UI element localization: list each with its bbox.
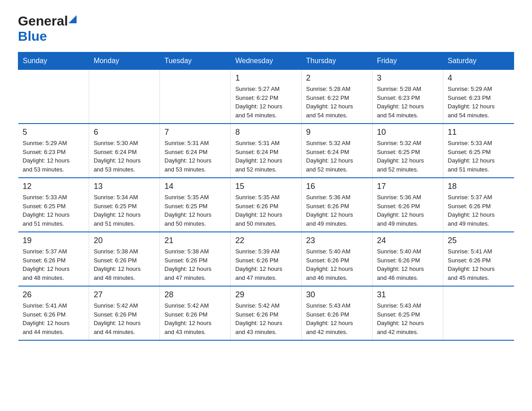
calendar-cell: 21Sunrise: 5:38 AM Sunset: 6:26 PM Dayli… (160, 232, 231, 286)
calendar-week-row: 19Sunrise: 5:37 AM Sunset: 6:26 PM Dayli… (18, 232, 514, 286)
day-number: 28 (164, 290, 226, 300)
day-info: Sunrise: 5:29 AM Sunset: 6:23 PM Dayligh… (23, 139, 85, 174)
day-info: Sunrise: 5:30 AM Sunset: 6:24 PM Dayligh… (94, 139, 155, 174)
calendar-week-row: 12Sunrise: 5:33 AM Sunset: 6:25 PM Dayli… (18, 178, 514, 232)
page-header: General Blue (18, 13, 514, 44)
day-info: Sunrise: 5:34 AM Sunset: 6:25 PM Dayligh… (94, 193, 155, 228)
day-info: Sunrise: 5:41 AM Sunset: 6:26 PM Dayligh… (448, 247, 510, 282)
day-info: Sunrise: 5:40 AM Sunset: 6:26 PM Dayligh… (377, 247, 438, 282)
day-info: Sunrise: 5:41 AM Sunset: 6:26 PM Dayligh… (23, 301, 85, 336)
day-info: Sunrise: 5:33 AM Sunset: 6:25 PM Dayligh… (23, 193, 85, 228)
day-info: Sunrise: 5:32 AM Sunset: 6:25 PM Dayligh… (377, 139, 438, 174)
logo-triangle-icon (69, 15, 77, 23)
day-info: Sunrise: 5:38 AM Sunset: 6:26 PM Dayligh… (94, 247, 155, 282)
day-number: 20 (94, 236, 155, 245)
day-number: 26 (23, 290, 85, 300)
calendar-week-row: 5Sunrise: 5:29 AM Sunset: 6:23 PM Daylig… (18, 124, 514, 178)
calendar-header-row: SundayMondayTuesdayWednesdayThursdayFrid… (18, 52, 514, 70)
day-info: Sunrise: 5:36 AM Sunset: 6:26 PM Dayligh… (306, 193, 368, 228)
day-number: 22 (235, 236, 296, 245)
day-number: 13 (94, 182, 155, 191)
day-info: Sunrise: 5:35 AM Sunset: 6:26 PM Dayligh… (235, 193, 296, 228)
calendar-cell: 10Sunrise: 5:32 AM Sunset: 6:25 PM Dayli… (372, 124, 443, 178)
day-number: 1 (235, 73, 296, 83)
day-info: Sunrise: 5:27 AM Sunset: 6:22 PM Dayligh… (235, 85, 296, 120)
column-header-wednesday: Wednesday (231, 52, 301, 70)
day-number: 19 (23, 236, 85, 245)
day-number: 6 (94, 128, 155, 137)
calendar-cell (160, 70, 231, 124)
day-info: Sunrise: 5:42 AM Sunset: 6:26 PM Dayligh… (164, 301, 226, 336)
calendar-cell: 29Sunrise: 5:42 AM Sunset: 6:26 PM Dayli… (231, 286, 301, 340)
calendar-cell: 30Sunrise: 5:43 AM Sunset: 6:26 PM Dayli… (301, 286, 372, 340)
calendar-cell: 18Sunrise: 5:37 AM Sunset: 6:26 PM Dayli… (443, 178, 514, 232)
calendar-cell: 4Sunrise: 5:29 AM Sunset: 6:23 PM Daylig… (443, 70, 514, 124)
calendar-cell: 5Sunrise: 5:29 AM Sunset: 6:23 PM Daylig… (18, 124, 89, 178)
day-number: 17 (377, 182, 438, 191)
logo-general-text: General (18, 13, 68, 29)
column-header-sunday: Sunday (18, 52, 89, 70)
day-info: Sunrise: 5:42 AM Sunset: 6:26 PM Dayligh… (235, 301, 296, 336)
calendar-cell: 12Sunrise: 5:33 AM Sunset: 6:25 PM Dayli… (18, 178, 89, 232)
calendar-cell: 6Sunrise: 5:30 AM Sunset: 6:24 PM Daylig… (89, 124, 160, 178)
day-number: 21 (164, 236, 226, 245)
calendar-week-row: 26Sunrise: 5:41 AM Sunset: 6:26 PM Dayli… (18, 286, 514, 340)
day-info: Sunrise: 5:31 AM Sunset: 6:24 PM Dayligh… (235, 139, 296, 174)
calendar-cell: 19Sunrise: 5:37 AM Sunset: 6:26 PM Dayli… (18, 232, 89, 286)
day-info: Sunrise: 5:37 AM Sunset: 6:26 PM Dayligh… (23, 247, 85, 282)
day-number: 18 (448, 182, 510, 191)
day-info: Sunrise: 5:38 AM Sunset: 6:26 PM Dayligh… (164, 247, 226, 282)
calendar-cell: 31Sunrise: 5:43 AM Sunset: 6:25 PM Dayli… (372, 286, 443, 340)
day-info: Sunrise: 5:43 AM Sunset: 6:26 PM Dayligh… (306, 301, 368, 336)
column-header-tuesday: Tuesday (160, 52, 231, 70)
calendar-cell: 11Sunrise: 5:33 AM Sunset: 6:25 PM Dayli… (443, 124, 514, 178)
day-number: 14 (164, 182, 226, 191)
day-info: Sunrise: 5:28 AM Sunset: 6:22 PM Dayligh… (306, 85, 368, 120)
day-info: Sunrise: 5:32 AM Sunset: 6:24 PM Dayligh… (306, 139, 368, 174)
day-number: 29 (235, 290, 296, 300)
logo: General Blue (18, 13, 77, 44)
day-number: 10 (377, 128, 438, 137)
calendar-cell: 26Sunrise: 5:41 AM Sunset: 6:26 PM Dayli… (18, 286, 89, 340)
day-number: 9 (306, 128, 368, 137)
day-info: Sunrise: 5:28 AM Sunset: 6:23 PM Dayligh… (377, 85, 438, 120)
day-info: Sunrise: 5:31 AM Sunset: 6:24 PM Dayligh… (164, 139, 226, 174)
calendar-table: SundayMondayTuesdayWednesdayThursdayFrid… (18, 52, 514, 341)
day-number: 7 (164, 128, 226, 137)
calendar-cell: 27Sunrise: 5:42 AM Sunset: 6:26 PM Dayli… (89, 286, 160, 340)
calendar-cell: 17Sunrise: 5:36 AM Sunset: 6:26 PM Dayli… (372, 178, 443, 232)
day-info: Sunrise: 5:33 AM Sunset: 6:25 PM Dayligh… (448, 139, 510, 174)
calendar-cell (18, 70, 89, 124)
day-number: 27 (94, 290, 155, 300)
calendar-week-row: 1Sunrise: 5:27 AM Sunset: 6:22 PM Daylig… (18, 70, 514, 124)
day-number: 2 (306, 73, 368, 83)
day-number: 5 (23, 128, 85, 137)
calendar-cell: 2Sunrise: 5:28 AM Sunset: 6:22 PM Daylig… (301, 70, 372, 124)
day-number: 23 (306, 236, 368, 245)
day-number: 15 (235, 182, 296, 191)
day-info: Sunrise: 5:35 AM Sunset: 6:25 PM Dayligh… (164, 193, 226, 228)
day-number: 3 (377, 73, 438, 83)
calendar-cell: 16Sunrise: 5:36 AM Sunset: 6:26 PM Dayli… (301, 178, 372, 232)
day-info: Sunrise: 5:43 AM Sunset: 6:25 PM Dayligh… (377, 301, 438, 336)
calendar-cell (89, 70, 160, 124)
calendar-cell: 20Sunrise: 5:38 AM Sunset: 6:26 PM Dayli… (89, 232, 160, 286)
day-number: 16 (306, 182, 368, 191)
day-number: 11 (448, 128, 510, 137)
day-info: Sunrise: 5:29 AM Sunset: 6:23 PM Dayligh… (448, 85, 510, 120)
day-info: Sunrise: 5:36 AM Sunset: 6:26 PM Dayligh… (377, 193, 438, 228)
day-number: 31 (377, 290, 438, 300)
calendar-cell: 1Sunrise: 5:27 AM Sunset: 6:22 PM Daylig… (231, 70, 301, 124)
day-number: 30 (306, 290, 368, 300)
column-header-monday: Monday (89, 52, 160, 70)
calendar-cell: 3Sunrise: 5:28 AM Sunset: 6:23 PM Daylig… (372, 70, 443, 124)
calendar-cell: 15Sunrise: 5:35 AM Sunset: 6:26 PM Dayli… (231, 178, 301, 232)
day-number: 4 (448, 73, 510, 83)
column-header-thursday: Thursday (301, 52, 372, 70)
day-number: 25 (448, 236, 510, 245)
calendar-cell: 28Sunrise: 5:42 AM Sunset: 6:26 PM Dayli… (160, 286, 231, 340)
day-info: Sunrise: 5:40 AM Sunset: 6:26 PM Dayligh… (306, 247, 368, 282)
calendar-cell: 14Sunrise: 5:35 AM Sunset: 6:25 PM Dayli… (160, 178, 231, 232)
day-info: Sunrise: 5:39 AM Sunset: 6:26 PM Dayligh… (235, 247, 296, 282)
day-number: 24 (377, 236, 438, 245)
